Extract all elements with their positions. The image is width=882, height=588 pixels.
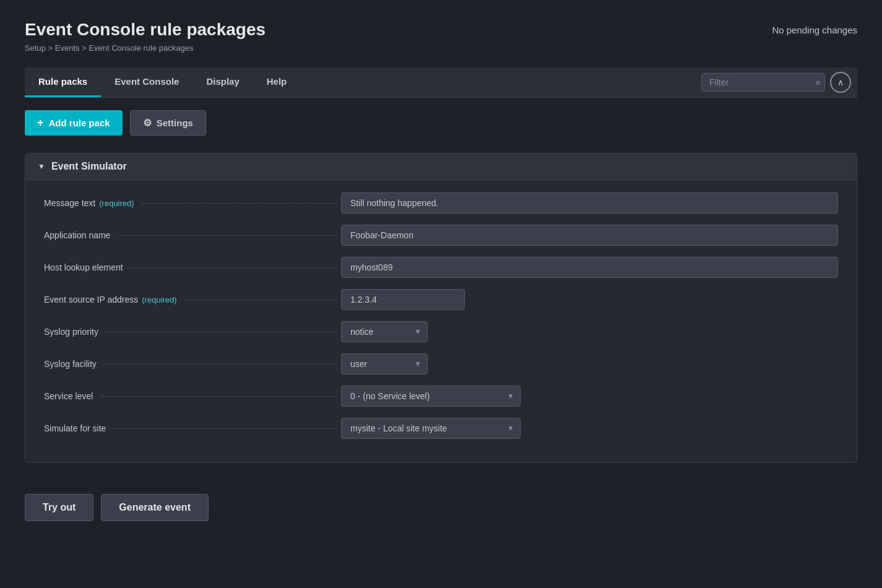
message-text-row: Message text (required) [44,192,838,214]
syslog-priority-select-wrap: emerg alert crit err warning notice info… [341,321,428,342]
action-bar: + Add rule pack ⚙ Settings [25,110,857,136]
service-level-row: Service level 0 - (no Service level) 10 … [44,386,838,407]
event-source-input[interactable] [341,289,465,310]
up-arrow-icon: ∧ [837,77,844,87]
syslog-priority-field: emerg alert crit err warning notice info… [341,321,838,342]
simulator-body: Message text (required) Application name [25,180,857,462]
event-source-field [341,289,838,310]
simulate-site-label: Simulate for site [44,423,341,433]
application-name-input[interactable] [341,225,838,246]
nav-bar: Rule packs Event Console Display Help ≡ … [25,67,857,98]
tab-rule-packs[interactable]: Rule packs [25,67,101,97]
syslog-priority-select[interactable]: emerg alert crit err warning notice info… [341,321,428,342]
message-text-input[interactable] [341,192,838,214]
syslog-priority-row: Syslog priority emerg alert crit err war… [44,321,838,342]
host-lookup-row: Host lookup element [44,257,838,278]
tab-event-console[interactable]: Event Console [101,67,192,97]
generate-event-button[interactable]: Generate event [101,494,209,521]
application-name-field [341,225,838,246]
application-name-row: Application name [44,225,838,246]
host-lookup-label: Host lookup element [44,262,341,272]
filter-input[interactable] [701,73,825,92]
application-name-label: Application name [44,230,341,240]
bottom-bar: Try out Generate event [25,482,857,534]
simulate-site-row: Simulate for site mysite - Local site my… [44,418,838,439]
settings-label: Settings [157,118,193,128]
syslog-facility-row: Syslog facility kern user mail daemon au… [44,353,838,374]
host-lookup-input[interactable] [341,257,838,278]
try-out-button[interactable]: Try out [25,494,93,521]
nav-right: ≡ ∧ [701,72,857,93]
simulator-title: Event Simulator [51,161,127,172]
simulate-site-select-wrap: mysite - Local site mysite ▼ [341,418,521,439]
message-text-label: Message text (required) [44,198,341,208]
filter-wrap: ≡ [701,73,825,92]
tab-display[interactable]: Display [192,67,253,97]
service-level-select-wrap: 0 - (no Service level) 10 - Silver 20 - … [341,386,521,407]
message-text-field [341,192,838,214]
event-source-row: Event source IP address (required) [44,289,838,310]
syslog-facility-field: kern user mail daemon auth syslog lpr ne… [341,353,838,374]
tab-help[interactable]: Help [253,67,301,97]
event-source-required: (required) [142,295,176,305]
event-simulator-section: ▼ Event Simulator Message text (required… [25,153,857,463]
settings-button[interactable]: ⚙ Settings [130,110,206,136]
simulate-site-field: mysite - Local site mysite ▼ [341,418,838,439]
service-level-field: 0 - (no Service level) 10 - Silver 20 - … [341,386,838,407]
host-lookup-field [341,257,838,278]
service-level-label: Service level [44,391,341,401]
add-rule-pack-button[interactable]: + Add rule pack [25,110,123,136]
pending-changes-status: No pending changes [772,25,857,35]
syslog-priority-label: Syslog priority [44,327,341,337]
syslog-facility-select[interactable]: kern user mail daemon auth syslog lpr ne… [341,353,428,374]
message-text-required: (required) [99,199,134,208]
plus-icon: + [37,116,44,129]
gear-icon: ⚙ [143,117,152,129]
nav-up-button[interactable]: ∧ [830,72,851,93]
collapse-arrow-icon[interactable]: ▼ [38,162,45,171]
breadcrumb: Setup > Events > Event Console rule pack… [25,43,266,53]
event-source-label: Event source IP address (required) [44,295,341,305]
simulate-site-select[interactable]: mysite - Local site mysite [341,418,521,439]
add-rule-pack-label: Add rule pack [49,118,110,128]
syslog-facility-label: Syslog facility [44,359,341,369]
page-header: Event Console rule packages Setup > Even… [25,20,857,53]
service-level-select[interactable]: 0 - (no Service level) 10 - Silver 20 - … [341,386,521,407]
nav-tabs: Rule packs Event Console Display Help [25,67,701,97]
simulator-header: ▼ Event Simulator [25,153,857,180]
syslog-facility-select-wrap: kern user mail daemon auth syslog lpr ne… [341,353,428,374]
page-title: Event Console rule packages [25,20,266,40]
